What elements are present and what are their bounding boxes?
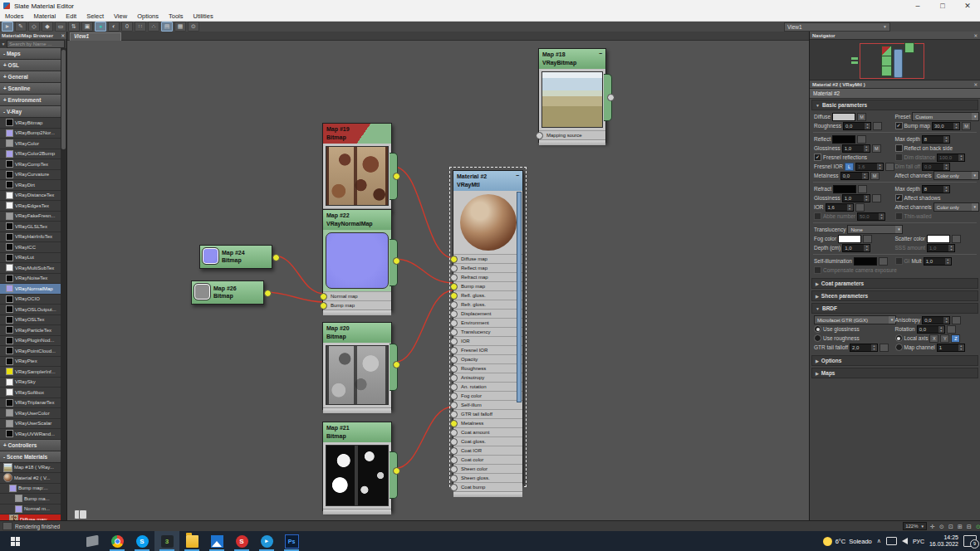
node-slot-normal-map[interactable]: Normal map (323, 291, 391, 300)
map-channel-spinner[interactable]: 1▲▼ (937, 344, 965, 352)
browser-item[interactable]: VRayLut (0, 253, 61, 264)
affect-shadows-checkbox[interactable]: ✓Affect shadows (895, 194, 941, 202)
dim-fall-off-spinner[interactable]: 0,0▲▼ (922, 163, 950, 171)
input-socket[interactable] (450, 402, 458, 409)
browser-item[interactable]: VRayNormalMap (0, 284, 61, 295)
search-input[interactable] (7, 40, 65, 48)
radio-circle[interactable] (814, 325, 821, 333)
input-socket[interactable] (450, 283, 458, 290)
fresnel-reflections-checkbox[interactable]: ✓Fresnel reflections (814, 154, 867, 161)
browser-group-scanline[interactable]: + Scanline (0, 83, 61, 95)
menu-select[interactable]: Select (86, 12, 104, 20)
node-slot-coat-gloss-[interactable]: Coat gloss. (453, 436, 522, 446)
dim-distance-spinner[interactable]: 100,0▲▼ (937, 154, 965, 162)
gi-checkbox[interactable]: GI (895, 257, 910, 265)
browser-item[interactable]: VRayHairInfoTex (0, 232, 61, 243)
radio-circle[interactable] (814, 334, 821, 342)
spinner-arrows-icon[interactable]: ▲▼ (864, 195, 870, 202)
metalness-spinner[interactable]: 0,0▲▼ (840, 172, 869, 180)
radio-circle[interactable] (895, 334, 903, 342)
taskbar-skype[interactable]: S (130, 531, 154, 551)
node-slot-sheen-color[interactable]: Sheen color (453, 464, 522, 473)
checkbox-box[interactable] (895, 154, 903, 161)
browser-item[interactable]: VRayCompTex (0, 159, 61, 170)
close-icon[interactable]: ✕ (61, 33, 65, 38)
diffuse-color-swatch[interactable] (832, 113, 855, 121)
metalness-map-button[interactable]: M (870, 172, 880, 180)
input-socket[interactable] (450, 365, 458, 373)
spinner-arrows-icon[interactable]: ▲▼ (958, 344, 964, 351)
reflect-map-button[interactable] (857, 135, 866, 144)
maximize-button[interactable]: □ (930, 0, 955, 12)
reflect-back-side-checkbox[interactable]: Reflect on back side (895, 144, 953, 152)
close-button[interactable]: ✕ (955, 0, 980, 12)
browser-group-environment[interactable]: + Environment (0, 95, 61, 106)
zoom-extents-selected-icon[interactable]: ⊟ (965, 523, 973, 530)
browser-item[interactable]: VRayPluginNod... (0, 336, 61, 347)
view-selector-dropdown[interactable]: View1 ▼ (784, 22, 890, 32)
spinner-arrows-icon[interactable]: ▲▼ (847, 204, 853, 211)
scene-tree-item[interactable]: Bump ma... (0, 494, 61, 505)
material-map-browser-toggle-icon[interactable]: ▤ (161, 22, 173, 32)
use-glossiness-radio[interactable]: Use glossiness (814, 325, 860, 333)
spinner-arrows-icon[interactable]: ▲▼ (864, 245, 870, 251)
browser-item[interactable]: VRayFakeFresn... (0, 212, 61, 222)
browser-item[interactable]: VRayMultiSubTex (0, 263, 61, 274)
checkbox-box[interactable] (895, 144, 903, 152)
map21-output-socket[interactable] (393, 467, 400, 475)
checkbox-box[interactable]: ✓ (895, 194, 903, 202)
map26-output-socket[interactable] (264, 290, 272, 297)
node-slot-metalness[interactable]: Metalness (453, 418, 522, 427)
node-slot-coat-ior[interactable]: Coat IOR (453, 446, 522, 455)
hidden-icons-caret[interactable]: ∧ (877, 538, 881, 544)
mult-spinner[interactable]: 1,0▲▼ (924, 257, 952, 266)
node-slot-an-rotation[interactable]: An. rotation (453, 382, 522, 391)
spinner-arrows-icon[interactable]: ▲▼ (877, 163, 883, 170)
refract-affect-channels-dropdown[interactable]: Color only▼ (933, 202, 979, 212)
scene-tree-item[interactable]: Normal m... (0, 505, 61, 515)
spinner-arrows-icon[interactable]: ▲▼ (953, 123, 959, 129)
rollout-maps[interactable]: ▶Maps (811, 368, 978, 378)
fresnel-ior-spinner[interactable]: 1,6▲▼ (855, 163, 884, 171)
node-slot-gtr-tail-falloff[interactable]: GTR tail falloff (453, 409, 522, 418)
node-map18-vraybitmap[interactable]: − Map #18 VRayBitmap Mapping source (538, 48, 606, 143)
menu-edit[interactable]: Edit (66, 12, 76, 20)
map19-output-socket[interactable] (393, 173, 400, 180)
rotation-map-button[interactable] (947, 325, 956, 334)
browser-item[interactable]: VRayPointCloud... (0, 346, 61, 357)
input-socket[interactable] (450, 374, 458, 382)
node-map20-bitmap[interactable]: Map #20 Bitmap (322, 322, 392, 410)
browser-item[interactable]: VRayEdgesTex (0, 201, 61, 212)
menu-utilities[interactable]: Utilities (194, 12, 213, 20)
show-shaded-material-in-viewport-icon[interactable]: ● (95, 22, 106, 32)
node-slot-refr-gloss-[interactable]: Refr. gloss. (453, 300, 522, 309)
show-grid-icon[interactable]: 0 (121, 22, 133, 32)
show-background-icon[interactable]: ◐ (108, 22, 120, 32)
browser-item[interactable]: VRaySoftbox (0, 388, 61, 398)
map24-output-socket[interactable] (272, 254, 280, 261)
menu-modes[interactable]: Modes (5, 12, 24, 20)
checkbox-box[interactable]: ✓ (895, 122, 903, 129)
browser-item[interactable]: VRayOCIO (0, 295, 61, 305)
spinner-arrows-icon[interactable]: ▲▼ (862, 173, 868, 179)
input-socket[interactable] (450, 301, 458, 309)
start-button[interactable] (0, 531, 30, 551)
map18-output-socket[interactable] (607, 94, 615, 101)
input-socket[interactable] (320, 293, 327, 300)
browser-item[interactable]: VRayBump2Nor... (0, 129, 61, 139)
zoom-icon[interactable]: ⊙ (938, 523, 946, 530)
chevron-down-icon[interactable]: ▼ (0, 41, 7, 46)
browser-item[interactable]: VRayCurvature (0, 170, 61, 181)
browser-group-osl[interactable]: + OSL (0, 60, 61, 71)
input-socket[interactable] (450, 319, 458, 327)
browser-item[interactable]: VRayDirt (0, 180, 61, 191)
input-socket[interactable] (450, 475, 458, 482)
browser-item[interactable]: VRaySamplerInf... (0, 367, 61, 378)
checkbox-box[interactable] (814, 212, 821, 220)
select-by-material-icon[interactable]: ⊙ (188, 22, 199, 32)
browser-item[interactable]: VRayNoiseTex (0, 274, 61, 285)
scatter-color-map-button[interactable] (952, 235, 961, 243)
rollout-basic-parameters[interactable]: ▼Basic parameters (811, 100, 978, 110)
input-socket[interactable] (450, 466, 458, 473)
browser-item[interactable]: VRaySky (0, 378, 61, 388)
